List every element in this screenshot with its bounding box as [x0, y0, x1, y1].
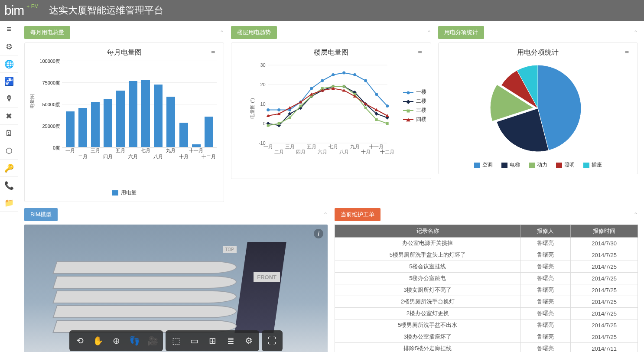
- y-tick: 100000度: [39, 58, 60, 65]
- pan-icon[interactable]: ✋: [89, 332, 107, 349]
- brand-suffix: + FM: [26, 3, 39, 10]
- svg-text:九月: 九月: [350, 144, 360, 149]
- model-icon[interactable]: ⬚: [167, 332, 185, 349]
- x-tick: 四月: [103, 153, 113, 160]
- svg-text:10: 10: [260, 101, 266, 107]
- chart-menu-icon[interactable]: ≡: [418, 49, 422, 57]
- panel-tag: BIM模型: [24, 208, 58, 221]
- orbit-icon[interactable]: ⟲: [71, 332, 88, 349]
- table-row[interactable]: 2楼办公室灯更换鲁曙亮2014/7/25: [335, 308, 638, 319]
- bim-viewer[interactable]: i TOP FRONT ⟲ ✋: [24, 225, 328, 352]
- svg-rect-50: [299, 105, 302, 108]
- svg-text:十月: 十月: [361, 149, 371, 154]
- sidebar: ≡⚙🌐🚰🎙✖🗓⬡🔑📞📁: [0, 21, 18, 352]
- table-row[interactable]: 5楼会议室挂线鲁曙亮2014/7/25: [335, 261, 638, 273]
- chart-menu-icon[interactable]: ≡: [625, 49, 629, 57]
- legend-item[interactable]: 电梯: [501, 161, 520, 169]
- table-row[interactable]: 3楼办公室插座坏了鲁曙亮2014/7/25: [335, 331, 638, 343]
- svg-text:四月: 四月: [296, 149, 306, 154]
- collapse-icon[interactable]: ⌃: [220, 29, 224, 36]
- svg-text:八月: 八月: [339, 149, 349, 154]
- section-icon[interactable]: ▭: [185, 332, 203, 349]
- legend-item[interactable]: 动力: [529, 161, 547, 169]
- collapse-icon[interactable]: ⌃: [634, 29, 638, 36]
- panel-tag: 用电分项统计: [438, 26, 484, 39]
- x-tick: 十二月: [202, 153, 216, 160]
- svg-rect-57: [375, 118, 378, 121]
- bar[interactable]: [166, 97, 175, 147]
- gear-icon[interactable]: ⚙: [0, 38, 18, 55]
- table-row[interactable]: 办公室电源开关挑掉鲁曙亮2014/7/30: [335, 238, 638, 249]
- viewcube-front[interactable]: FRONT: [254, 272, 280, 282]
- key-icon[interactable]: 🔑: [0, 160, 18, 177]
- svg-text:二月: 二月: [274, 149, 284, 154]
- bar[interactable]: [205, 117, 213, 147]
- legend-item[interactable]: 四楼: [403, 116, 426, 123]
- camera-icon[interactable]: 🎥: [144, 332, 161, 349]
- table-row[interactable]: 5楼男厕所洗手盆头上的灯坏了鲁曙亮2014/7/25: [335, 249, 638, 261]
- walk-icon[interactable]: 👣: [126, 332, 143, 349]
- topbar: bim + FM 达实大厦智能运维管理平台: [0, 0, 644, 21]
- collapse-icon[interactable]: ⌃: [634, 212, 638, 218]
- legend-item[interactable]: 三楼: [403, 107, 426, 114]
- bar[interactable]: [192, 144, 201, 147]
- legend-item[interactable]: 插座: [583, 161, 602, 169]
- table-row[interactable]: 排除5楼外走廊挂线鲁曙亮2014/7/11: [335, 343, 638, 352]
- svg-text:十一月: 十一月: [369, 144, 384, 149]
- panel-floor-trend: 楼层用电趋势 ⌃ 楼层电量图 ≡ -100102030电量图 (°)一月二月三月…: [231, 26, 431, 202]
- table-row[interactable]: 3楼女厕所灯不亮了鲁曙亮2014/7/25: [335, 284, 638, 296]
- legend-item[interactable]: 照明: [556, 161, 575, 169]
- menu-icon[interactable]: ≡: [0, 21, 18, 38]
- settings-icon[interactable]: ⚙: [240, 332, 257, 349]
- bar[interactable]: [66, 111, 75, 147]
- y-tick: 50000度: [42, 101, 60, 108]
- legend-item[interactable]: 二楼: [403, 98, 426, 105]
- fullscreen-icon[interactable]: ⛶: [263, 332, 281, 349]
- bar[interactable]: [104, 99, 112, 147]
- svg-text:七月: 七月: [329, 144, 338, 149]
- app-title: 达实大厦智能运维管理平台: [49, 4, 163, 17]
- table-row[interactable]: 5楼办公室跳电鲁曙亮2014/7/25: [335, 273, 638, 284]
- phone-icon[interactable]: 📞: [0, 177, 18, 194]
- panel-tag: 当前维护工单: [335, 208, 381, 221]
- x-tick: 九月: [166, 147, 176, 154]
- zoom-icon[interactable]: ⊕: [107, 332, 125, 349]
- bar[interactable]: [129, 81, 137, 147]
- bar-chart: 电量图 0度25000度50000度75000度100000度一月二月三月四月五…: [32, 61, 217, 173]
- faucet-icon[interactable]: 🚰: [0, 73, 18, 90]
- table-row[interactable]: 5楼男厕所洗手盆不出水鲁曙亮2014/7/25: [335, 319, 638, 331]
- collapse-icon[interactable]: ⌃: [427, 29, 431, 36]
- mic-icon[interactable]: 🎙: [0, 90, 18, 108]
- bar[interactable]: [141, 80, 150, 147]
- bim-building: TOP FRONT: [55, 246, 297, 333]
- bar[interactable]: [78, 108, 87, 147]
- bar[interactable]: [116, 91, 125, 147]
- bar[interactable]: [91, 102, 100, 147]
- workorder-table: 记录名称报修人报修时间 办公室电源开关挑掉鲁曙亮2014/7/305楼男厕所洗手…: [335, 225, 638, 352]
- legend-item[interactable]: 一楼: [403, 88, 426, 96]
- svg-point-28: [321, 79, 324, 82]
- legend-item[interactable]: 空调: [474, 161, 493, 169]
- cube-icon[interactable]: ⬡: [0, 142, 18, 160]
- properties-icon[interactable]: ≣: [222, 332, 239, 349]
- y-tick: 0度: [53, 145, 60, 151]
- table-row[interactable]: 2楼男厕所洗手台换灯鲁曙亮2014/7/25: [335, 296, 638, 308]
- collapse-icon[interactable]: ⌃: [323, 212, 328, 218]
- svg-rect-54: [343, 85, 345, 88]
- globe-icon[interactable]: 🌐: [0, 55, 18, 73]
- tools-icon[interactable]: ✖: [0, 108, 18, 125]
- bar[interactable]: [154, 85, 163, 147]
- viewcube-top[interactable]: TOP: [223, 246, 237, 253]
- x-tick: 二月: [78, 153, 88, 160]
- folder-icon[interactable]: 📁: [0, 194, 18, 212]
- info-icon[interactable]: i: [314, 229, 323, 238]
- svg-text:20: 20: [260, 82, 266, 87]
- calendar-icon[interactable]: 🗓: [0, 125, 18, 142]
- chart-menu-icon[interactable]: ≡: [211, 49, 215, 57]
- x-tick: 十月: [179, 153, 189, 160]
- bar[interactable]: [179, 123, 188, 147]
- explode-icon[interactable]: ⊞: [204, 332, 221, 349]
- x-tick: 一月: [65, 147, 75, 154]
- brand-logo: bim: [4, 3, 24, 18]
- x-tick: 五月: [116, 147, 125, 154]
